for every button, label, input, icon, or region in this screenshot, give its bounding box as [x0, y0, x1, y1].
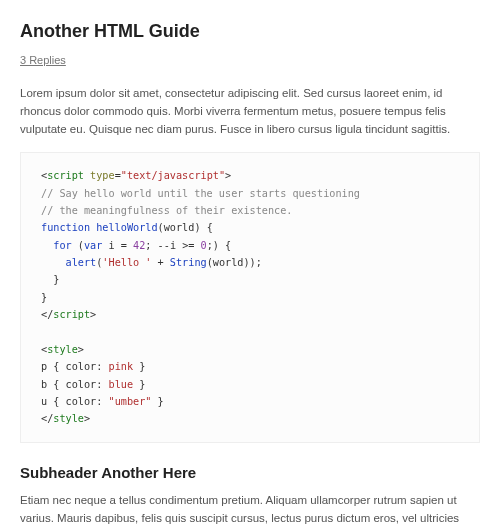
code-line: b { color: blue } — [41, 376, 463, 393]
subheader: Subheader Another Here — [20, 461, 480, 484]
code-line: <script type="text/javascript"> — [41, 167, 463, 184]
code-line: </style> — [41, 410, 463, 427]
code-line: // the meaningfulness of their existence… — [41, 202, 463, 219]
code-line: for (var i = 42; --i >= 0;) { — [41, 237, 463, 254]
code-line: p { color: pink } — [41, 358, 463, 375]
code-line: } — [41, 271, 463, 288]
code-line: alert('Hello ' + String(world)); — [41, 254, 463, 271]
code-line: } — [41, 289, 463, 306]
body-paragraph: Etiam nec neque a tellus condimentum pre… — [20, 492, 480, 529]
code-line: function helloWorld(world) { — [41, 219, 463, 236]
replies-link[interactable]: 3 Replies — [20, 52, 66, 69]
code-line: u { color: "umber" } — [41, 393, 463, 410]
page-title: Another HTML Guide — [20, 18, 480, 46]
intro-paragraph: Lorem ipsum dolor sit amet, consectetur … — [20, 85, 480, 138]
code-block: <script type="text/javascript">// Say he… — [20, 152, 480, 442]
code-line: // Say hello world until the user starts… — [41, 185, 463, 202]
code-line: <style> — [41, 341, 463, 358]
code-line — [41, 323, 463, 340]
code-line: </script> — [41, 306, 463, 323]
